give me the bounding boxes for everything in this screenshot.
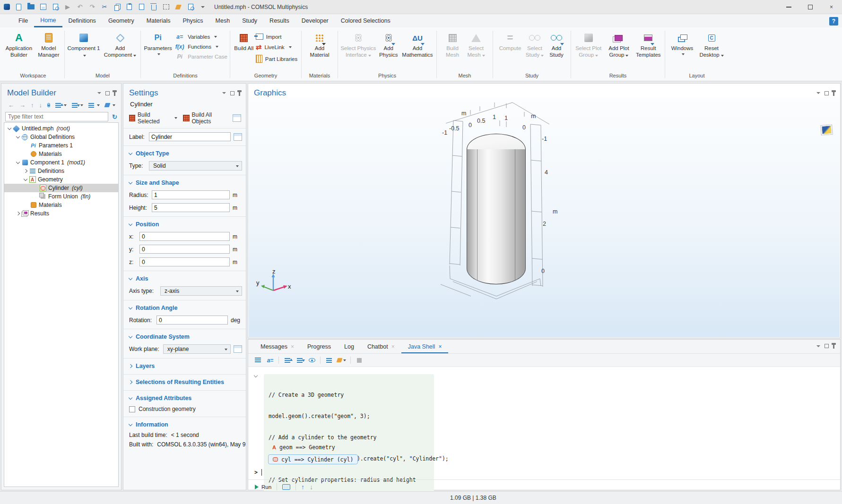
copy-icon[interactable]	[113, 3, 121, 11]
section-layers[interactable]: Layers	[123, 358, 246, 372]
collapse-tree-icon[interactable]	[72, 103, 83, 108]
collapse-output-icon[interactable]	[295, 356, 304, 364]
model-manager-button[interactable]: Model Manager	[35, 30, 62, 59]
close-tab-icon[interactable]: ×	[391, 343, 395, 350]
pin-panel-icon[interactable]	[239, 92, 240, 96]
menu-home[interactable]: Home	[34, 14, 62, 27]
tree-item-root[interactable]: Untitled.mph(root)	[4, 124, 118, 133]
cylinder-3d-object[interactable]	[467, 149, 526, 284]
build-selected-button[interactable]: Build Selected	[129, 111, 177, 125]
tab-chatbot[interactable]: Chatbot×	[361, 343, 401, 353]
run-button[interactable]: Run	[255, 484, 271, 490]
functions-button[interactable]: f(x) Functions	[174, 43, 227, 50]
add-study-button[interactable]: Add Study	[547, 30, 566, 59]
cut-icon[interactable]: ✂	[101, 3, 108, 11]
z-input[interactable]	[139, 257, 230, 266]
float-panel-icon[interactable]	[230, 91, 234, 95]
axis-type-dropdown[interactable]: z-axis	[160, 286, 242, 296]
section-assigned-attributes[interactable]: Assigned Attributes	[123, 390, 246, 404]
y-input[interactable]	[139, 245, 230, 254]
show-output-icon[interactable]	[308, 356, 316, 364]
shell-prompt[interactable]: >	[254, 469, 262, 476]
tab-messages[interactable]: Messages×	[254, 343, 301, 353]
tree-item-definitions[interactable]: Definitions	[4, 167, 118, 175]
menu-geometry[interactable]: Geometry	[102, 14, 140, 27]
float-panel-icon[interactable]	[825, 344, 829, 348]
close-tab-icon[interactable]: ×	[291, 343, 294, 350]
tree-item-form-union[interactable]: Form Union(fin)	[4, 192, 118, 201]
expander-icon[interactable]	[24, 169, 27, 173]
paste-icon[interactable]	[125, 3, 133, 11]
label-input[interactable]	[149, 132, 231, 141]
objects-list-icon[interactable]	[233, 114, 241, 122]
expand-output-icon[interactable]	[283, 356, 291, 364]
add-material-button[interactable]: Add Material	[306, 30, 333, 59]
tree-item-geometry[interactable]: Geometry	[4, 175, 118, 184]
clear-selection-icon[interactable]	[174, 3, 182, 11]
x-input[interactable]	[139, 232, 230, 241]
menu-colored-selections[interactable]: Colored Selections	[335, 14, 397, 27]
next-command-icon[interactable]: ↓	[310, 483, 313, 491]
component-1-button[interactable]: Component 1	[67, 30, 100, 59]
import-commands-icon[interactable]	[254, 356, 262, 364]
expander-icon[interactable]	[8, 126, 11, 129]
close-button[interactable]: ×	[821, 0, 842, 14]
collapse-block-icon[interactable]	[254, 374, 258, 377]
tree-item-parameters[interactable]: Pi Parameters 1	[4, 141, 118, 150]
expander-icon[interactable]	[24, 177, 27, 180]
tree-item-cylinder[interactable]: Cylinder(cyl)	[4, 184, 118, 192]
tab-java-shell[interactable]: Java Shell×	[401, 343, 449, 353]
section-axis[interactable]: Axis	[123, 271, 246, 284]
panel-menu-icon[interactable]	[222, 92, 226, 94]
float-panel-icon[interactable]	[105, 91, 110, 95]
add-plot-group-button[interactable]: Add Plot Group	[605, 30, 632, 59]
height-input[interactable]	[152, 203, 230, 212]
find-icon[interactable]	[187, 3, 194, 11]
minimize-button[interactable]	[778, 0, 799, 14]
move-down-icon[interactable]: ↓	[39, 102, 43, 109]
pin-panel-icon[interactable]	[833, 344, 834, 349]
save-icon[interactable]	[39, 3, 47, 11]
add-physics-button[interactable]: Add Physics	[378, 30, 399, 59]
graphics-viewport[interactable]: m -1 -0.5 0 0.5 1 1 m 0 -1 4 m 2 0 z x y	[249, 98, 840, 337]
construction-geometry-checkbox[interactable]	[129, 406, 135, 412]
tree-item-global-definitions[interactable]: Global Definitions	[4, 133, 118, 141]
go-forward-icon[interactable]: →	[19, 102, 26, 109]
expand-tree-icon[interactable]	[55, 103, 67, 108]
type-dropdown[interactable]: Solid	[149, 161, 242, 171]
variables-button[interactable]: a= Variables	[174, 34, 227, 40]
maximize-button[interactable]	[799, 0, 821, 14]
tree-item-results[interactable]: Results	[4, 209, 118, 218]
clear-shell-icon[interactable]	[337, 356, 346, 364]
panel-menu-icon[interactable]	[816, 345, 820, 347]
new-file-icon[interactable]	[15, 3, 22, 11]
section-rotation-angle[interactable]: Rotation Angle	[123, 300, 246, 314]
duplicate-icon[interactable]	[138, 3, 145, 11]
word-wrap-icon[interactable]	[325, 356, 333, 364]
node-order-icon[interactable]	[88, 103, 100, 108]
add-mathematics-button[interactable]: ΔU Add Mathematics	[401, 30, 434, 59]
section-coordinate-system[interactable]: Coordinate System	[123, 329, 246, 342]
result-templates-button[interactable]: Result Templates	[634, 30, 662, 59]
refresh-icon[interactable]: ↻	[112, 113, 117, 120]
menu-developer[interactable]: Developer	[295, 14, 335, 27]
menu-physics[interactable]: Physics	[176, 14, 209, 27]
menu-study[interactable]: Study	[236, 14, 263, 27]
rotation-input[interactable]	[156, 316, 228, 325]
select-icon[interactable]	[162, 3, 170, 11]
menu-file[interactable]: File	[12, 14, 34, 27]
pin-panel-icon[interactable]	[114, 92, 115, 96]
pin-panel-icon[interactable]	[833, 92, 834, 96]
java-shell-console[interactable]: // Create a 3D geometry model.geom().cre…	[248, 367, 840, 490]
work-plane-dropdown[interactable]: xy-plane	[163, 344, 231, 354]
panel-menu-icon[interactable]	[816, 92, 820, 94]
show-variables-icon[interactable]: a=	[266, 356, 274, 364]
radius-input[interactable]	[152, 190, 230, 199]
section-size-shape[interactable]: Size and Shape	[123, 175, 246, 188]
filter-icon[interactable]	[105, 103, 115, 107]
import-button[interactable]: Import	[256, 34, 297, 40]
parameters-button[interactable]: Pi Parameters	[143, 30, 173, 55]
tree-item-global-materials[interactable]: Materials	[4, 150, 118, 158]
tab-progress[interactable]: Progress	[301, 343, 338, 353]
reset-desktop-button[interactable]: Reset Desktop	[698, 30, 725, 59]
